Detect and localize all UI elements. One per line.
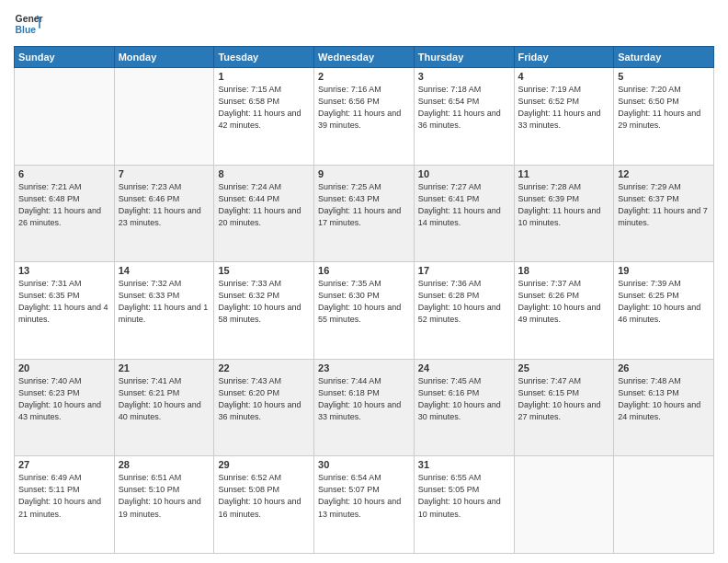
- calendar-cell: 11Sunrise: 7:28 AM Sunset: 6:39 PM Dayli…: [514, 165, 614, 262]
- calendar-cell: [514, 456, 614, 554]
- logo: General Blue: [14, 9, 43, 39]
- day-info: Sunrise: 6:55 AM Sunset: 5:05 PM Dayligh…: [418, 472, 510, 520]
- calendar-cell: [114, 68, 214, 166]
- day-info: Sunrise: 7:19 AM Sunset: 6:52 PM Dayligh…: [518, 84, 610, 132]
- day-info: Sunrise: 7:37 AM Sunset: 6:26 PM Dayligh…: [518, 278, 610, 326]
- day-info: Sunrise: 7:31 AM Sunset: 6:35 PM Dayligh…: [18, 278, 110, 326]
- day-number: 20: [18, 362, 110, 373]
- header: General Blue: [14, 9, 714, 39]
- calendar-week-row: 13Sunrise: 7:31 AM Sunset: 6:35 PM Dayli…: [15, 262, 714, 360]
- calendar-cell: 21Sunrise: 7:41 AM Sunset: 6:21 PM Dayli…: [114, 359, 214, 456]
- weekday-header-monday: Monday: [114, 47, 214, 68]
- day-number: 29: [218, 459, 310, 470]
- weekday-header-row: SundayMondayTuesdayWednesdayThursdayFrid…: [15, 47, 714, 68]
- day-number: 9: [318, 168, 410, 179]
- calendar-cell: 25Sunrise: 7:47 AM Sunset: 6:15 PM Dayli…: [514, 359, 614, 456]
- day-number: 19: [618, 265, 710, 276]
- calendar-cell: 26Sunrise: 7:48 AM Sunset: 6:13 PM Dayli…: [614, 359, 714, 456]
- calendar-cell: 23Sunrise: 7:44 AM Sunset: 6:18 PM Dayli…: [314, 359, 415, 456]
- calendar-week-row: 6Sunrise: 7:21 AM Sunset: 6:48 PM Daylig…: [15, 165, 714, 262]
- calendar-cell: 4Sunrise: 7:19 AM Sunset: 6:52 PM Daylig…: [514, 68, 614, 166]
- calendar-cell: 18Sunrise: 7:37 AM Sunset: 6:26 PM Dayli…: [514, 262, 614, 360]
- day-number: 8: [218, 168, 310, 179]
- calendar-cell: 16Sunrise: 7:35 AM Sunset: 6:30 PM Dayli…: [314, 262, 415, 360]
- calendar-cell: 31Sunrise: 6:55 AM Sunset: 5:05 PM Dayli…: [414, 456, 514, 554]
- day-number: 30: [318, 459, 410, 470]
- calendar-cell: 9Sunrise: 7:25 AM Sunset: 6:43 PM Daylig…: [314, 165, 415, 262]
- calendar-week-row: 27Sunrise: 6:49 AM Sunset: 5:11 PM Dayli…: [15, 456, 714, 554]
- calendar-cell: 29Sunrise: 6:52 AM Sunset: 5:08 PM Dayli…: [214, 456, 314, 554]
- day-number: 22: [218, 362, 310, 373]
- calendar-cell: 5Sunrise: 7:20 AM Sunset: 6:50 PM Daylig…: [614, 68, 714, 166]
- calendar-cell: 7Sunrise: 7:23 AM Sunset: 6:46 PM Daylig…: [114, 165, 214, 262]
- calendar-week-row: 20Sunrise: 7:40 AM Sunset: 6:23 PM Dayli…: [15, 359, 714, 456]
- calendar-cell: 17Sunrise: 7:36 AM Sunset: 6:28 PM Dayli…: [414, 262, 514, 360]
- calendar-cell: [15, 68, 115, 166]
- calendar-cell: 20Sunrise: 7:40 AM Sunset: 6:23 PM Dayli…: [15, 359, 115, 456]
- day-info: Sunrise: 7:21 AM Sunset: 6:48 PM Dayligh…: [18, 181, 110, 229]
- calendar-cell: 24Sunrise: 7:45 AM Sunset: 6:16 PM Dayli…: [414, 359, 514, 456]
- day-info: Sunrise: 6:49 AM Sunset: 5:11 PM Dayligh…: [18, 472, 110, 520]
- day-number: 23: [318, 362, 410, 373]
- day-number: 18: [518, 265, 610, 276]
- day-info: Sunrise: 7:28 AM Sunset: 6:39 PM Dayligh…: [518, 181, 610, 229]
- day-info: Sunrise: 7:29 AM Sunset: 6:37 PM Dayligh…: [618, 181, 710, 229]
- weekday-header-sunday: Sunday: [15, 47, 115, 68]
- day-number: 31: [418, 459, 510, 470]
- day-info: Sunrise: 7:47 AM Sunset: 6:15 PM Dayligh…: [518, 375, 610, 423]
- day-info: Sunrise: 6:52 AM Sunset: 5:08 PM Dayligh…: [218, 472, 310, 520]
- calendar-cell: [614, 456, 714, 554]
- day-info: Sunrise: 7:48 AM Sunset: 6:13 PM Dayligh…: [618, 375, 710, 423]
- calendar-table: SundayMondayTuesdayWednesdayThursdayFrid…: [14, 46, 714, 554]
- day-info: Sunrise: 7:43 AM Sunset: 6:20 PM Dayligh…: [218, 375, 310, 423]
- weekday-header-tuesday: Tuesday: [214, 47, 314, 68]
- day-info: Sunrise: 7:39 AM Sunset: 6:25 PM Dayligh…: [618, 278, 710, 326]
- calendar-cell: 6Sunrise: 7:21 AM Sunset: 6:48 PM Daylig…: [15, 165, 115, 262]
- day-info: Sunrise: 7:40 AM Sunset: 6:23 PM Dayligh…: [18, 375, 110, 423]
- calendar-cell: 28Sunrise: 6:51 AM Sunset: 5:10 PM Dayli…: [114, 456, 214, 554]
- day-number: 28: [119, 459, 210, 470]
- calendar-cell: 27Sunrise: 6:49 AM Sunset: 5:11 PM Dayli…: [15, 456, 115, 554]
- day-number: 10: [418, 168, 510, 179]
- day-info: Sunrise: 6:51 AM Sunset: 5:10 PM Dayligh…: [119, 472, 210, 520]
- calendar-cell: 12Sunrise: 7:29 AM Sunset: 6:37 PM Dayli…: [614, 165, 714, 262]
- day-info: Sunrise: 7:44 AM Sunset: 6:18 PM Dayligh…: [318, 375, 410, 423]
- day-number: 14: [119, 265, 210, 276]
- calendar-cell: 2Sunrise: 7:16 AM Sunset: 6:56 PM Daylig…: [314, 68, 415, 166]
- day-info: Sunrise: 7:23 AM Sunset: 6:46 PM Dayligh…: [119, 181, 210, 229]
- day-number: 5: [618, 71, 710, 82]
- day-number: 24: [418, 362, 510, 373]
- day-number: 12: [618, 168, 710, 179]
- calendar-cell: 15Sunrise: 7:33 AM Sunset: 6:32 PM Dayli…: [214, 262, 314, 360]
- day-number: 27: [18, 459, 110, 470]
- calendar-week-row: 1Sunrise: 7:15 AM Sunset: 6:58 PM Daylig…: [15, 68, 714, 166]
- day-number: 16: [318, 265, 410, 276]
- day-number: 1: [218, 71, 310, 82]
- day-info: Sunrise: 7:18 AM Sunset: 6:54 PM Dayligh…: [418, 84, 510, 132]
- day-info: Sunrise: 7:25 AM Sunset: 6:43 PM Dayligh…: [318, 181, 410, 229]
- day-number: 4: [518, 71, 610, 82]
- weekday-header-friday: Friday: [514, 47, 614, 68]
- day-number: 13: [18, 265, 110, 276]
- day-info: Sunrise: 7:27 AM Sunset: 6:41 PM Dayligh…: [418, 181, 510, 229]
- day-info: Sunrise: 7:24 AM Sunset: 6:44 PM Dayligh…: [218, 181, 310, 229]
- day-number: 3: [418, 71, 510, 82]
- calendar-cell: 8Sunrise: 7:24 AM Sunset: 6:44 PM Daylig…: [214, 165, 314, 262]
- day-number: 26: [618, 362, 710, 373]
- day-number: 25: [518, 362, 610, 373]
- day-info: Sunrise: 7:32 AM Sunset: 6:33 PM Dayligh…: [119, 278, 210, 326]
- calendar-cell: 3Sunrise: 7:18 AM Sunset: 6:54 PM Daylig…: [414, 68, 514, 166]
- weekday-header-saturday: Saturday: [614, 47, 714, 68]
- day-number: 7: [119, 168, 210, 179]
- calendar-cell: 10Sunrise: 7:27 AM Sunset: 6:41 PM Dayli…: [414, 165, 514, 262]
- day-number: 17: [418, 265, 510, 276]
- day-number: 6: [18, 168, 110, 179]
- calendar-cell: 22Sunrise: 7:43 AM Sunset: 6:20 PM Dayli…: [214, 359, 314, 456]
- page: General Blue SundayMondayTuesdayWednesda…: [0, 0, 728, 563]
- weekday-header-thursday: Thursday: [414, 47, 514, 68]
- svg-text:Blue: Blue: [16, 25, 37, 35]
- day-info: Sunrise: 7:16 AM Sunset: 6:56 PM Dayligh…: [318, 84, 410, 132]
- calendar-cell: 13Sunrise: 7:31 AM Sunset: 6:35 PM Dayli…: [15, 262, 115, 360]
- calendar-cell: 30Sunrise: 6:54 AM Sunset: 5:07 PM Dayli…: [314, 456, 415, 554]
- day-info: Sunrise: 7:41 AM Sunset: 6:21 PM Dayligh…: [119, 375, 210, 423]
